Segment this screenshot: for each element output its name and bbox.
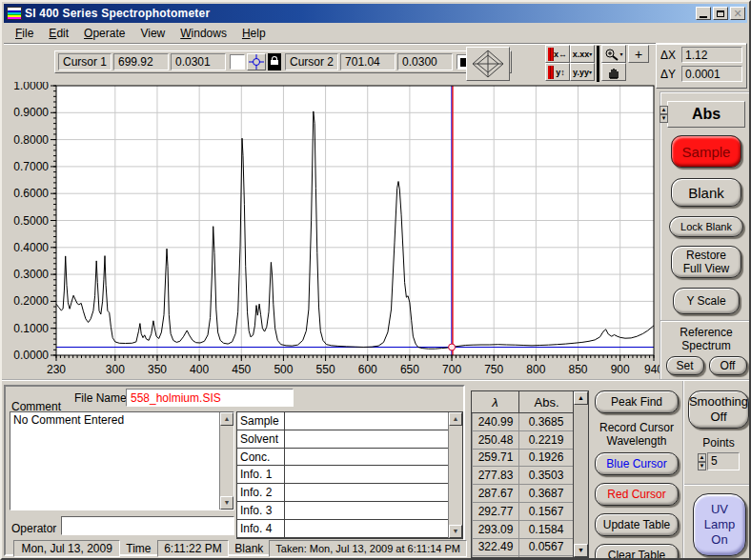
maximize-button[interactable] [713,7,728,20]
cursor-plus-button[interactable]: + [628,45,649,63]
menu-item-view[interactable]: View [132,25,173,42]
y-tick-label: 0.3000 [13,268,49,281]
cursor1-abs[interactable]: 0.0301 [171,53,226,70]
y-tick-label: 0.2000 [13,294,49,308]
info-row-value[interactable] [285,466,448,483]
y-format-button[interactable]: y.yy▾ [570,63,595,81]
abs-cell[interactable]: 0.3687 [519,485,574,503]
info-row-value[interactable] [285,520,448,537]
info-row-label: Info. 1 [237,466,285,483]
y-tick-label: 0.1000 [13,322,49,335]
menu-item-edit[interactable]: Edit [41,25,76,42]
cursor2-abs[interactable]: 0.0300 [397,53,453,70]
file-name-field[interactable]: 558_holmium.SIS [126,389,294,407]
wavelength-cell[interactable]: 292.77 [472,503,519,521]
info-row-value[interactable] [285,502,448,519]
cursor1-color-swatch[interactable] [230,54,245,70]
menu-item-operate[interactable]: Operate [76,25,132,42]
restore-full-view-button[interactable]: RestoreFull View [671,246,741,278]
cursor1-lock-icon[interactable] [268,53,281,70]
cursor-marker[interactable] [449,344,456,350]
cursor2-wavelength[interactable]: 701.04 [340,53,396,70]
points-spinner[interactable]: ▲▼ [698,453,706,470]
window-title: SI 400 Series Spectrophotometer [25,7,694,20]
status-bar: Mon, Jul 13, 2009 Time 6:11:22 PM Blank … [6,539,467,558]
close-icon: ✕ [733,9,741,18]
abs-cell[interactable]: 0.3503 [519,467,574,485]
abs-cell[interactable]: 0.1926 [519,450,574,468]
info-row-value[interactable] [285,484,448,501]
points-value[interactable]: 5 [707,452,740,470]
info-row-value[interactable] [285,449,448,466]
operator-input[interactable] [61,516,234,535]
red-cursor-button[interactable]: Red Cursor [595,483,679,506]
wavelength-row: 277.830.3503 [472,467,588,485]
scroll-down-icon[interactable]: ▼ [220,496,233,510]
peak-find-button[interactable]: Peak Find [595,390,679,413]
app-window: SI 400 Series Spectrophotometer ✕ FileEd… [0,0,751,560]
x-autoscale-button[interactable]: x↔ [545,45,570,63]
update-table-button[interactable]: Update Table [595,513,679,536]
x-format-button[interactable]: x.xx▾ [570,45,595,63]
abs-cell[interactable]: 0.1567 [519,503,574,521]
wavelength-cell[interactable]: 333.49 [472,556,519,558]
minimize-button[interactable] [696,7,711,20]
y-scale-button[interactable]: Y Scale [673,288,740,314]
minimize-icon [700,16,707,18]
menu-item-file[interactable]: File [8,25,41,42]
wavelength-row: 293.090.1584 [472,521,588,539]
comment-scrollbar[interactable]: ▲ ▼ [219,412,233,510]
cursor1-wavelength[interactable]: 699.92 [113,53,169,70]
menu-item-help[interactable]: Help [234,25,274,42]
sample-button[interactable]: Sample [671,135,741,168]
delta-y-value: 0.0001 [681,66,742,82]
info-row: Info. 4 [237,520,448,538]
close-button[interactable]: ✕ [730,7,745,20]
info-row-value[interactable] [285,412,448,430]
wavelength-cell[interactable]: 322.49 [472,539,519,557]
smoothing-button[interactable]: SmoothingOff [688,390,749,429]
scroll-up-icon[interactable]: ▲ [574,391,588,405]
spectrum-plot[interactable]: 2303003504004505005506006507007508008509… [2,82,660,379]
wavelength-cell[interactable]: 287.67 [472,485,519,503]
info-table-scrollbar[interactable]: ▲ ▼ [448,412,462,538]
x-tick-label: 230 [47,363,66,376]
lock-blank-button[interactable]: Lock Blank [669,216,743,237]
wavelength-cell[interactable]: 240.99 [472,413,519,431]
abs-cell[interactable]: 0.1584 [519,521,574,539]
wavelength-table-scrollbar[interactable]: ▲ ▼ [573,391,588,557]
info-row-value[interactable] [285,430,448,448]
scroll-up-icon[interactable]: ▲ [220,412,233,426]
x-tick-label: 700 [442,363,461,376]
blank-button[interactable]: Blank [671,178,741,207]
abs-cell[interactable]: 0.0567 [519,539,574,557]
cursor1-crosshair-icon[interactable] [247,53,266,70]
abs-cell[interactable]: 0.2219 [519,431,574,450]
comment-textarea[interactable]: No Comment Entered ▲ ▼ [10,411,234,510]
cursor2-label: Cursor 2 [285,53,338,70]
cursor-mover-button[interactable] [466,47,510,81]
wavelength-cell[interactable]: 293.09 [472,521,519,539]
maximize-icon [717,10,724,17]
y-autoscale-button[interactable]: y↕ [545,63,570,81]
wavelength-cell[interactable]: 250.48 [472,431,519,450]
menu-item-windows[interactable]: Windows [173,25,234,42]
title-bar[interactable]: SI 400 Series Spectrophotometer ✕ [4,4,747,23]
abs-cell[interactable]: 0.3685 [519,413,574,431]
scroll-down-icon[interactable]: ▼ [574,544,588,557]
abs-cell[interactable]: 0.1567 [519,556,574,558]
mode-spinner[interactable]: ▲▼ [660,106,668,123]
scroll-down-icon[interactable]: ▼ [449,525,462,538]
scroll-up-icon[interactable]: ▲ [449,412,462,426]
time-label: Time [126,542,151,555]
x-tick-label: 900 [611,363,630,376]
reference-set-button[interactable]: Set [666,356,704,375]
reference-off-button[interactable]: Off [709,356,747,375]
pan-hand-icon[interactable] [601,63,626,81]
wavelength-cell[interactable]: 277.83 [472,467,519,485]
blue-cursor-button[interactable]: Blue Cursor [595,452,679,475]
uv-lamp-button[interactable]: UVLampOn [693,493,746,556]
zoom-tool-icon[interactable]: ▾ [601,45,626,63]
wavelength-cell[interactable]: 259.71 [472,450,519,468]
clear-table-button[interactable]: Clear Table [595,544,679,560]
